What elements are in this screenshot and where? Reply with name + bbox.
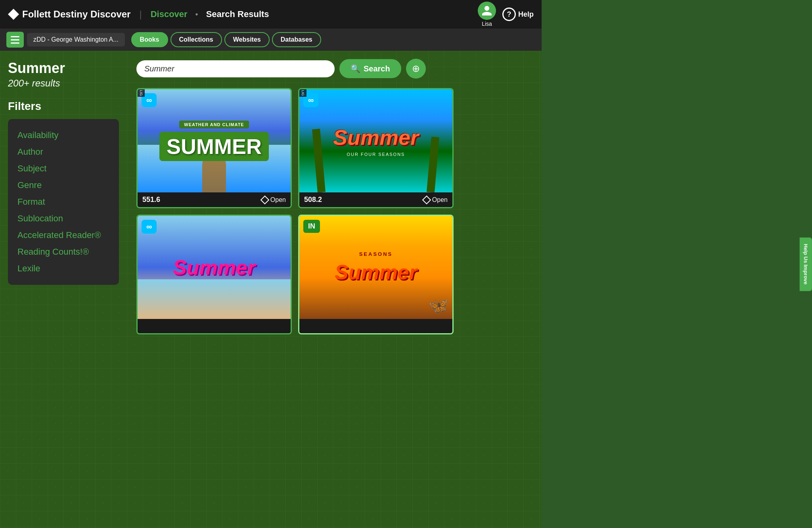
user-icon xyxy=(481,5,493,17)
books-grid: LIG ∞ WEATHER AND CLIMATE SUMMER 551.6 xyxy=(136,88,454,334)
dewey-2: 508.2 xyxy=(304,196,322,204)
filter-sublocation[interactable]: Sublocation xyxy=(17,210,109,227)
tab-websites[interactable]: Websites xyxy=(224,32,270,47)
search-input-wrapper xyxy=(136,60,335,77)
book-title-2: Summer xyxy=(333,125,419,150)
search-query-title: Summer xyxy=(8,60,119,76)
logo-area: Follett Destiny Discover xyxy=(8,9,130,20)
book3-content: Summer xyxy=(138,216,291,319)
spine-badge-2: LIG xyxy=(299,89,306,97)
search-icon: 🔍 xyxy=(350,64,360,73)
menu-line-1 xyxy=(11,36,19,37)
tab-databases[interactable]: Databases xyxy=(272,32,321,47)
book-footer-1: 551.6 Open xyxy=(138,192,291,207)
top-header: Follett Destiny Discover | Discover • Se… xyxy=(0,0,542,29)
tab-collections[interactable]: Collections xyxy=(170,32,222,47)
header-right: Lisa ? Help xyxy=(478,2,534,27)
search-bar-row: 🔍 Search ⊕ xyxy=(136,59,532,79)
book-cover-1: LIG ∞ WEATHER AND CLIMATE SUMMER xyxy=(138,89,291,192)
filters-heading: Filters xyxy=(8,100,119,113)
menu-button[interactable] xyxy=(6,32,24,48)
book-footer-2: 508.2 Open xyxy=(299,192,452,207)
book-footer-4 xyxy=(299,319,452,333)
follett-diamond-icon xyxy=(8,9,19,20)
search-button-label: Search xyxy=(364,64,390,73)
sub-label-4: SEASONS xyxy=(359,251,393,257)
tab-books[interactable]: Books xyxy=(131,32,168,47)
pipe-divider: | xyxy=(139,9,142,20)
user-name: Lisa xyxy=(482,21,492,27)
filter-accelerated-reader[interactable]: Accelerated Reader® xyxy=(17,227,109,244)
book-card-2[interactable]: LIG ∞ Summer OUR FOUR SEASONS 508.2 xyxy=(298,88,454,208)
book-title-4: Summer xyxy=(335,260,417,284)
diamond-icon-1 xyxy=(260,195,270,204)
sub-label-1: WEATHER AND CLIMATE xyxy=(179,121,249,129)
site-name: zDD - George Washington A... xyxy=(27,33,125,46)
book-card-3[interactable]: ∞ Summer xyxy=(136,215,292,334)
help-button[interactable]: ? Help xyxy=(502,8,534,21)
diamond-icon-2 xyxy=(422,195,431,204)
filter-reading-counts[interactable]: Reading Counts!® xyxy=(17,244,109,260)
sidebar: Summer 200+ results Filters Availability… xyxy=(0,51,127,528)
nav-bar: zDD - George Washington A... Books Colle… xyxy=(0,29,542,51)
filter-lexile[interactable]: Lexile xyxy=(17,260,109,277)
menu-line-2 xyxy=(11,39,19,40)
zoom-button[interactable]: ⊕ xyxy=(406,59,426,79)
book-title-1: SUMMER xyxy=(159,132,269,161)
main-content: Summer 200+ results Filters Availability… xyxy=(0,51,542,528)
book-cover-4: IN SEASONS Summer 🦋 xyxy=(299,216,452,319)
spine-badge-1: LIG xyxy=(138,89,145,97)
dewey-1: 551.6 xyxy=(142,196,160,204)
filter-genre[interactable]: Genre xyxy=(17,177,109,194)
brand-name: Follett Destiny Discover xyxy=(22,9,130,20)
search-button[interactable]: 🔍 Search xyxy=(339,59,401,78)
book-cover-3: ∞ Summer xyxy=(138,216,291,319)
discover-link[interactable]: Discover xyxy=(151,9,188,19)
open-status-1: Open xyxy=(262,196,286,204)
book-card-4[interactable]: IN SEASONS Summer 🦋 xyxy=(298,215,454,334)
help-label: Help xyxy=(518,10,534,19)
avatar xyxy=(478,2,496,20)
book2-content: Summer OUR FOUR SEASONS xyxy=(299,89,452,192)
filter-subject[interactable]: Subject xyxy=(17,160,109,177)
status-label-1: Open xyxy=(270,196,286,204)
filter-format[interactable]: Format xyxy=(17,194,109,210)
filter-author[interactable]: Author xyxy=(17,144,109,160)
help-icon: ? xyxy=(502,8,516,21)
status-label-2: Open xyxy=(432,196,448,204)
dot-separator: • xyxy=(195,10,198,19)
sub-label-2: OUR FOUR SEASONS xyxy=(347,152,405,157)
book-card-1[interactable]: LIG ∞ WEATHER AND CLIMATE SUMMER 551.6 xyxy=(136,88,292,208)
search-input[interactable] xyxy=(144,64,327,73)
page-title: Search Results xyxy=(206,9,269,19)
zoom-icon: ⊕ xyxy=(412,63,420,74)
user-area[interactable]: Lisa xyxy=(478,2,496,27)
filters-panel: Availability Author Subject Genre Format… xyxy=(8,119,119,285)
menu-line-3 xyxy=(11,42,19,44)
book-footer-3 xyxy=(138,319,291,333)
book4-content: SEASONS Summer xyxy=(299,216,452,319)
book-title-3: Summer xyxy=(173,255,255,279)
open-status-2: Open xyxy=(423,196,448,204)
nav-tabs: Books Collections Websites Databases xyxy=(131,32,321,47)
results-area: 🔍 Search ⊕ LIG ∞ WEATHER AND CLIMATE SUM… xyxy=(127,51,542,528)
book-cover-2: LIG ∞ Summer OUR FOUR SEASONS xyxy=(299,89,452,192)
filter-availability[interactable]: Availability xyxy=(17,127,109,144)
search-results-count: 200+ results xyxy=(8,78,119,89)
